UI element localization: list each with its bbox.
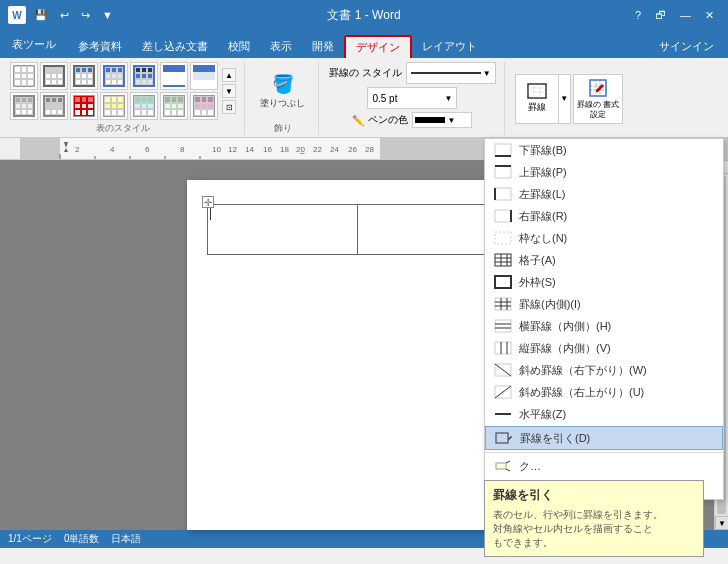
tab-references[interactable]: 参考資料 [68, 35, 132, 58]
menu-item-inside-h-border[interactable]: 横罫線（内側）(H) [485, 315, 723, 337]
border-style-select[interactable]: ▼ [406, 62, 496, 84]
table-style-6[interactable] [160, 62, 188, 90]
style-more[interactable]: ⊡ [222, 100, 236, 114]
no-border-icon [493, 230, 513, 246]
title-bar-left: W 💾 ↩ ↪ ▼ [8, 6, 117, 24]
svg-rect-10 [20, 138, 60, 160]
menu-item-erase[interactable]: ク… [485, 455, 723, 477]
table-style-3[interactable] [70, 62, 98, 90]
border-dropdown-btn[interactable]: ▼ [559, 74, 571, 124]
left-border-icon [493, 186, 513, 202]
svg-text:6: 6 [145, 145, 150, 154]
tab-view[interactable]: 表示 [260, 35, 302, 58]
menu-item-no-border[interactable]: 枠なし(N) [485, 227, 723, 249]
svg-line-68 [506, 461, 510, 463]
quick-access-redo[interactable]: ↪ [77, 7, 94, 24]
border-style-row: 罫線の スタイル ▼ [329, 62, 496, 84]
draw-border-icon [494, 430, 514, 446]
menu-item-horiz-line[interactable]: 水平線(Z) [485, 403, 723, 425]
close-btn[interactable]: ✕ [699, 7, 720, 24]
svg-rect-66 [496, 433, 508, 443]
menu-item-outside-border[interactable]: 外枠(S) [485, 271, 723, 293]
paint-bucket-label: 塗りつぶし [260, 97, 305, 110]
border-main-btn[interactable]: 罫線 [515, 74, 559, 124]
table-style-11[interactable] [100, 92, 128, 120]
svg-rect-50 [495, 298, 511, 310]
border-split-btn: 罫線 ▼ [515, 74, 571, 124]
svg-rect-35 [495, 144, 511, 156]
style-scroll-up[interactable]: ▲ [222, 68, 236, 82]
table-style-1[interactable] [10, 62, 38, 90]
scroll-down-btn[interactable]: ▼ [715, 516, 728, 530]
border-thickness-select[interactable]: 0.5 pt ▼ [367, 87, 457, 109]
menu-item-right-border[interactable]: 右罫線(R) [485, 205, 723, 227]
menu-item-bottom-border[interactable]: 下罫線(B) [485, 139, 723, 161]
style-scroll-down[interactable]: ▼ [222, 84, 236, 98]
menu-item-draw-border[interactable]: 罫線を引く(D) [485, 426, 723, 450]
menu-item-diag-up-text: 斜め罫線（右上がり）(U) [519, 385, 715, 400]
all-borders-icon [493, 252, 513, 268]
border-thickness-row: 0.5 pt ▼ [367, 87, 457, 109]
erase-icon [493, 458, 513, 474]
paint-bucket-icon: 🪣 [272, 73, 294, 95]
table-style-2[interactable] [40, 62, 68, 90]
table-style-7[interactable] [190, 62, 218, 90]
pen-color-select[interactable]: ▼ [412, 112, 472, 128]
tab-developer[interactable]: 開発 [302, 35, 344, 58]
menu-item-left-border[interactable]: 左罫線(L) [485, 183, 723, 205]
table-style-8[interactable] [10, 92, 38, 120]
tooltip-line1: 表のセル、行や列に罫線を引きます。 [493, 508, 695, 522]
menu-item-right-border-text: 右罫線(R) [519, 209, 715, 224]
table-style-13[interactable] [160, 92, 188, 120]
svg-rect-41 [495, 210, 511, 222]
diag-up-icon [493, 384, 513, 400]
restore-btn[interactable]: 🗗 [649, 7, 672, 23]
quick-access-more[interactable]: ▼ [98, 7, 117, 23]
inside-border-icon [493, 296, 513, 312]
border-format-btn[interactable]: 罫線の 書式設定 [573, 74, 623, 124]
svg-text:14: 14 [245, 145, 254, 154]
svg-rect-43 [495, 232, 511, 244]
border-dropdown-menu: 下罫線(B) 上罫線(P) 左罫線(L) 右罫線(R) 枠なし(N) 格子(A) [484, 138, 724, 500]
menu-item-diag-up[interactable]: 斜め罫線（右上がり）(U) [485, 381, 723, 403]
menu-item-all-borders[interactable]: 格子(A) [485, 249, 723, 271]
status-words: 0単語数 [64, 532, 100, 546]
svg-rect-39 [495, 188, 511, 200]
tooltip-title: 罫線を引く [493, 487, 695, 504]
table-style-5[interactable] [130, 62, 158, 90]
table-style-10[interactable] [70, 92, 98, 120]
inside-h-border-icon [493, 318, 513, 334]
svg-line-69 [506, 469, 510, 471]
shading-group: 🪣 塗りつぶし 飾り [251, 62, 319, 135]
inside-v-border-icon [493, 340, 513, 356]
menu-item-top-border[interactable]: 上罫線(P) [485, 161, 723, 183]
top-border-icon [493, 164, 513, 180]
help-btn[interactable]: ? [629, 7, 647, 23]
table-style-9[interactable] [40, 92, 68, 120]
menu-item-inside-v-border[interactable]: 縦罫線（内側）(V) [485, 337, 723, 359]
paint-bucket-btn[interactable]: 🪣 塗りつぶし [255, 66, 310, 116]
tab-design[interactable]: デザイン [344, 35, 412, 58]
table-style-12[interactable] [130, 92, 158, 120]
right-border-icon [493, 208, 513, 224]
svg-text:12: 12 [228, 145, 237, 154]
tab-layout[interactable]: レイアウト [412, 35, 487, 58]
word-icon: W [8, 6, 26, 24]
table-style-14[interactable] [190, 92, 218, 120]
table-styles-label: 表のスタイル [96, 120, 150, 135]
svg-text:28: 28 [365, 145, 374, 154]
title-bar-title: 文書 1 - Word [327, 7, 400, 24]
quick-access-save[interactable]: 💾 [30, 7, 52, 24]
menu-item-diag-down[interactable]: 斜め罫線（右下がり）(W) [485, 359, 723, 381]
table-cell-1[interactable] [208, 205, 358, 255]
signin-btn[interactable]: サインイン [653, 35, 720, 58]
tab-review[interactable]: 校閲 [218, 35, 260, 58]
table-move-handle[interactable]: ✛ [202, 196, 214, 208]
menu-item-inside-border[interactable]: 罫線(内側)(I) [485, 293, 723, 315]
tab-mailings[interactable]: 差し込み文書 [132, 35, 218, 58]
quick-access-undo[interactable]: ↩ [56, 7, 73, 24]
minimize-btn[interactable]: — [674, 7, 697, 23]
diag-down-icon [493, 362, 513, 378]
table-style-4[interactable] [100, 62, 128, 90]
menu-item-all-borders-text: 格子(A) [519, 253, 715, 268]
